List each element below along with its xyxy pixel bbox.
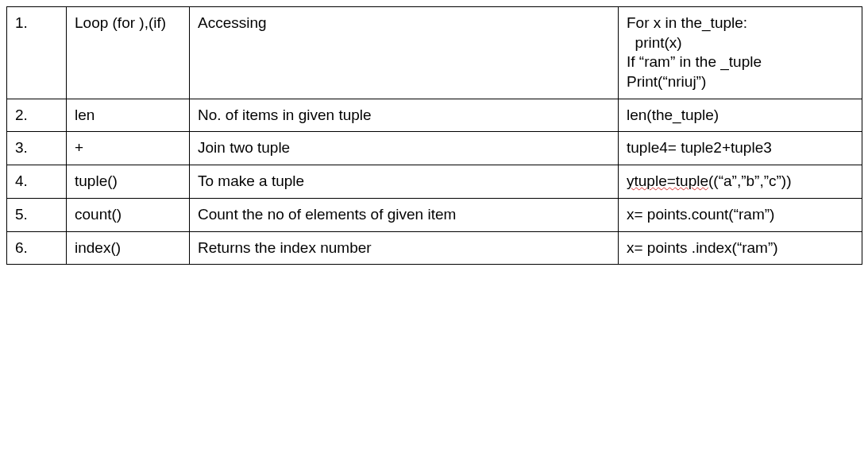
cell-example: tuple4= tuple2+tuple3 [619, 132, 862, 165]
cell-func: len [67, 99, 190, 132]
example-text-tail: ((“a”,”b”,”c”)) [708, 172, 791, 189]
example-line: x= points .index(“ram”) [627, 238, 854, 258]
spellcheck-text: ytuple=tuple [627, 172, 708, 189]
cell-example: x= points .index(“ram”) [619, 231, 862, 265]
table-row: 3. + Join two tuple tuple4= tuple2+tuple… [7, 132, 862, 165]
cell-example: ytuple=tuple((“a”,”b”,”c”)) [619, 165, 862, 199]
cell-example: For x in the_tuple: print(x) If “ram” in… [619, 7, 862, 99]
cell-func: count() [67, 198, 190, 231]
cell-func: Loop (for ),(if) [67, 7, 190, 99]
cell-desc: Count the no of elements of given item [190, 198, 619, 231]
cell-num: 2. [7, 99, 67, 132]
example-line: x= points.count(“ram”) [627, 205, 854, 225]
tuple-methods-table: 1. Loop (for ),(if) Accessing For x in t… [6, 6, 862, 265]
cell-num: 1. [7, 7, 67, 99]
example-line: For x in the_tuple: [627, 14, 854, 33]
cell-desc: To make a tuple [190, 165, 619, 199]
table-row: 5. count() Count the no of elements of g… [7, 198, 862, 231]
table-row: 4. tuple() To make a tuple ytuple=tuple(… [7, 165, 862, 199]
example-line: print(x) [627, 33, 854, 53]
cell-num: 5. [7, 198, 67, 231]
cell-example: x= points.count(“ram”) [619, 198, 862, 231]
cell-func: tuple() [67, 165, 190, 199]
cell-desc: Accessing [190, 7, 619, 99]
example-line: If “ram” in the _tuple [627, 52, 854, 72]
cell-num: 6. [7, 231, 67, 265]
table-row: 1. Loop (for ),(if) Accessing For x in t… [7, 7, 862, 99]
table-row: 6. index() Returns the index number x= p… [7, 231, 862, 265]
example-line: Print(“nriuj”) [627, 72, 854, 92]
cell-num: 3. [7, 132, 67, 165]
cell-desc: Join two tuple [190, 132, 619, 165]
cell-example: len(the_tuple) [619, 99, 862, 132]
cell-desc: Returns the index number [190, 231, 619, 265]
table-row: 2. len No. of items in given tuple len(t… [7, 99, 862, 132]
cell-func: index() [67, 231, 190, 265]
cell-desc: No. of items in given tuple [190, 99, 619, 132]
cell-func: + [67, 132, 190, 165]
cell-num: 4. [7, 165, 67, 199]
